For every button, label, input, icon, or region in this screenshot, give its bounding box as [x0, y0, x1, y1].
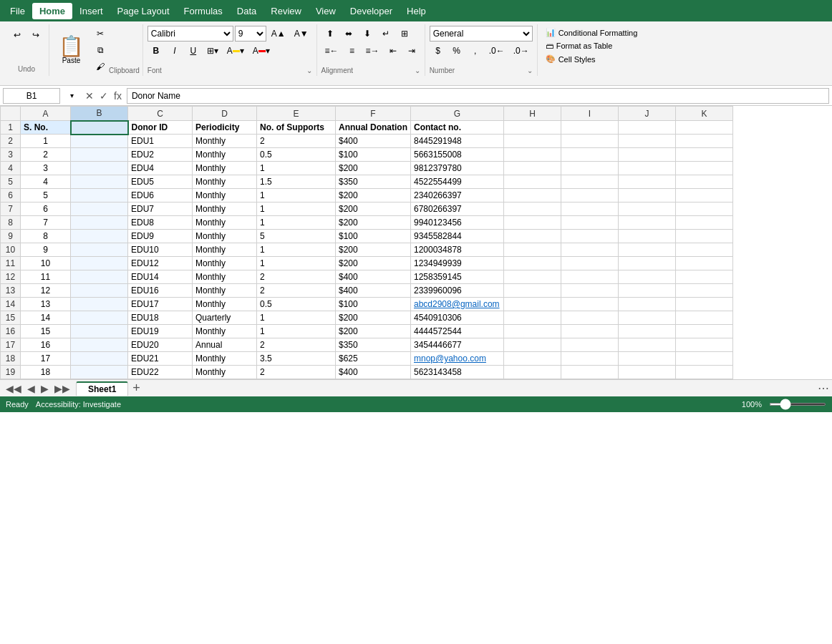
cell-j-19[interactable]: [619, 366, 676, 379]
col-header-h[interactable]: H: [504, 107, 561, 121]
cell-sno-13[interactable]: 12: [21, 284, 71, 298]
header-i[interactable]: [561, 121, 619, 135]
cell-i-17[interactable]: [561, 338, 619, 352]
cell-j-6[interactable]: [619, 189, 676, 203]
sheet-nav-left[interactable]: ◀◀: [3, 383, 24, 394]
cell-k-4[interactable]: [676, 162, 733, 175]
col-header-j[interactable]: J: [619, 107, 676, 121]
cell-supports-19[interactable]: 2: [257, 366, 336, 379]
sheet-table-container[interactable]: A B C D E F G H I J K 1 S. No. Donor ID: [0, 106, 832, 379]
cell-contact-14[interactable]: abcd2908@gmail.com: [411, 298, 504, 311]
cell-j-4[interactable]: [619, 162, 676, 175]
cell-h-2[interactable]: [504, 135, 561, 148]
cell-donation-5[interactable]: $350: [336, 175, 411, 189]
header-h[interactable]: [504, 121, 561, 135]
cell-periodicity-19[interactable]: Monthly: [193, 366, 257, 379]
cell-supports-12[interactable]: 2: [257, 270, 336, 284]
cell-styles-button[interactable]: 🎨 Cell Styles: [542, 52, 642, 66]
header-contact[interactable]: Contact no.: [411, 121, 504, 135]
col-header-g[interactable]: G: [411, 107, 504, 121]
cell-sno-12[interactable]: 11: [21, 270, 71, 284]
cell-donation-12[interactable]: $400: [336, 270, 411, 284]
cell-sno-15[interactable]: 14: [21, 311, 71, 325]
cell-supports-13[interactable]: 2: [257, 284, 336, 298]
header-donor-id[interactable]: Donor ID: [128, 121, 193, 135]
cell-i-18[interactable]: [561, 352, 619, 366]
header-supports[interactable]: No. of Supports: [257, 121, 336, 135]
cell-i-15[interactable]: [561, 311, 619, 325]
cut-button[interactable]: ✂: [92, 26, 109, 42]
cell-contact-6[interactable]: 2340266397: [411, 189, 504, 203]
cell-periodicity-16[interactable]: Monthly: [193, 325, 257, 338]
currency-button[interactable]: $: [430, 43, 447, 59]
cell-supports-6[interactable]: 1: [257, 189, 336, 203]
cell-k-13[interactable]: [676, 284, 733, 298]
cell-i-9[interactable]: [561, 230, 619, 243]
cell-k-10[interactable]: [676, 243, 733, 257]
cell-k-18[interactable]: [676, 352, 733, 366]
cell-periodicity-10[interactable]: Monthly: [193, 243, 257, 257]
cell-periodicity-15[interactable]: Quarterly: [193, 311, 257, 325]
cell-donor-name-12[interactable]: [71, 270, 128, 284]
cell-donor-name-8[interactable]: [71, 216, 128, 230]
align-top-button[interactable]: ⬆: [321, 26, 339, 42]
italic-button[interactable]: I: [166, 43, 183, 59]
header-periodicity[interactable]: Periodicity: [193, 121, 257, 135]
cell-h-15[interactable]: [504, 311, 561, 325]
increase-font-button[interactable]: A▲: [268, 26, 289, 42]
cancel-formula-button[interactable]: ✕: [83, 90, 96, 102]
cell-i-3[interactable]: [561, 148, 619, 162]
cell-sno-16[interactable]: 15: [21, 325, 71, 338]
header-sno[interactable]: S. No.: [21, 121, 71, 135]
row-num-11[interactable]: 11: [1, 257, 21, 270]
cell-supports-17[interactable]: 2: [257, 338, 336, 352]
border-button[interactable]: ⊞▾: [203, 43, 222, 59]
cell-h-11[interactable]: [504, 257, 561, 270]
header-k[interactable]: [676, 121, 733, 135]
cell-contact-18[interactable]: mnop@yahoo.com: [411, 352, 504, 366]
row-num-14[interactable]: 14: [1, 298, 21, 311]
cell-donor-id-15[interactable]: EDU18: [128, 311, 193, 325]
cell-donor-name-17[interactable]: [71, 338, 128, 352]
cell-i-8[interactable]: [561, 216, 619, 230]
row-num-9[interactable]: 9: [1, 230, 21, 243]
row-num-2[interactable]: 2: [1, 135, 21, 148]
cell-sno-4[interactable]: 3: [21, 162, 71, 175]
menu-page-layout[interactable]: Page Layout: [110, 3, 177, 19]
cell-supports-2[interactable]: 2: [257, 135, 336, 148]
cell-h-4[interactable]: [504, 162, 561, 175]
cell-k-3[interactable]: [676, 148, 733, 162]
row-num-16[interactable]: 16: [1, 325, 21, 338]
align-right-button[interactable]: ≡→: [362, 43, 383, 59]
row-num-19[interactable]: 19: [1, 366, 21, 379]
cell-donor-id-7[interactable]: EDU7: [128, 203, 193, 216]
cell-j-16[interactable]: [619, 325, 676, 338]
percent-button[interactable]: %: [448, 43, 465, 59]
cell-donation-16[interactable]: $200: [336, 325, 411, 338]
cell-periodicity-5[interactable]: Monthly: [193, 175, 257, 189]
menu-developer[interactable]: Developer: [343, 3, 400, 19]
cell-j-8[interactable]: [619, 216, 676, 230]
cell-sno-8[interactable]: 7: [21, 216, 71, 230]
cell-j-10[interactable]: [619, 243, 676, 257]
cell-h-19[interactable]: [504, 366, 561, 379]
cell-donor-id-18[interactable]: EDU21: [128, 352, 193, 366]
cell-sno-9[interactable]: 8: [21, 230, 71, 243]
row-num-5[interactable]: 5: [1, 175, 21, 189]
confirm-formula-button[interactable]: ✓: [97, 90, 110, 102]
zoom-slider[interactable]: [769, 403, 826, 406]
formula-input[interactable]: [127, 88, 829, 104]
conditional-formatting-button[interactable]: 📊 Conditional Formatting: [542, 26, 642, 39]
alignment-expand-icon[interactable]: ⌄: [415, 67, 420, 74]
cell-contact-9[interactable]: 9345582844: [411, 230, 504, 243]
cell-contact-11[interactable]: 1234949939: [411, 257, 504, 270]
row-num-18[interactable]: 18: [1, 352, 21, 366]
number-format-select[interactable]: General: [430, 26, 533, 42]
cell-donation-18[interactable]: $625: [336, 352, 411, 366]
cell-h-3[interactable]: [504, 148, 561, 162]
cell-donor-name-6[interactable]: [71, 189, 128, 203]
row-num-6[interactable]: 6: [1, 189, 21, 203]
sheet-tab-sheet1[interactable]: Sheet1: [76, 381, 128, 396]
header-donor-name[interactable]: [71, 121, 128, 135]
font-expand-icon[interactable]: ⌄: [306, 67, 312, 74]
